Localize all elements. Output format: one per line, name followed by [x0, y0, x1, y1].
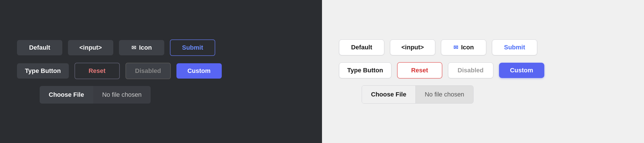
light-custom-button[interactable]: Custom: [499, 63, 544, 78]
dark-default-button[interactable]: Default: [17, 40, 62, 55]
dark-default-label: Default: [29, 44, 50, 51]
light-submit-label: Submit: [504, 44, 525, 51]
envelope-icon-light: ✉: [453, 44, 458, 51]
dark-reset-label: Reset: [89, 67, 106, 74]
dark-input-button[interactable]: <input>: [68, 40, 113, 55]
dark-panel: Default <input> ✉ Icon Submit Type Butto…: [0, 0, 322, 143]
light-disabled-button: Disabled: [448, 62, 493, 78]
light-choose-file-label: Choose File: [371, 91, 406, 98]
light-row-2: Type Button Reset Disabled Custom: [339, 62, 544, 79]
dark-custom-label: Custom: [187, 67, 211, 74]
dark-row-3: Choose File No file chosen: [40, 86, 151, 104]
dark-submit-label: Submit: [182, 44, 203, 51]
light-custom-label: Custom: [510, 67, 533, 74]
light-choose-file-button[interactable]: Choose File: [362, 86, 416, 103]
dark-reset-button[interactable]: Reset: [74, 63, 120, 79]
light-no-file-chosen-text: No file chosen: [416, 86, 473, 103]
dark-input-label: <input>: [79, 44, 102, 51]
light-icon-button[interactable]: ✉ Icon: [441, 39, 486, 55]
light-typebutton-label: Type Button: [347, 67, 383, 74]
light-input-label: <input>: [401, 44, 424, 51]
light-typebutton-button[interactable]: Type Button: [339, 62, 391, 78]
dark-no-file-chosen-text: No file chosen: [93, 86, 151, 104]
light-row-3: Choose File No file chosen: [362, 85, 474, 104]
light-disabled-label: Disabled: [458, 67, 484, 74]
dark-disabled-label: Disabled: [135, 67, 161, 74]
dark-custom-button[interactable]: Custom: [176, 63, 222, 79]
dark-typebutton-label: Type Button: [25, 67, 61, 75]
light-reset-label: Reset: [411, 67, 428, 74]
dark-icon-button[interactable]: ✉ Icon: [119, 40, 164, 55]
light-row-1: Default <input> ✉ Icon Submit: [339, 39, 537, 55]
dark-file-input: Choose File No file chosen: [40, 86, 151, 104]
dark-icon-label: Icon: [139, 44, 152, 51]
dark-choose-file-button[interactable]: Choose File: [40, 86, 93, 104]
dark-row-1: Default <input> ✉ Icon Submit: [17, 39, 215, 56]
dark-row-2: Type Button Reset Disabled Custom: [17, 63, 222, 79]
light-file-input: Choose File No file chosen: [362, 85, 474, 104]
light-default-button[interactable]: Default: [339, 39, 384, 55]
light-submit-button[interactable]: Submit: [492, 39, 537, 55]
light-reset-button[interactable]: Reset: [397, 62, 442, 79]
envelope-icon: ✉: [131, 44, 136, 51]
dark-submit-button[interactable]: Submit: [170, 39, 215, 56]
dark-typebutton-button[interactable]: Type Button: [17, 63, 69, 79]
dark-disabled-button: Disabled: [125, 63, 171, 79]
light-default-label: Default: [351, 44, 372, 51]
light-input-button[interactable]: <input>: [390, 39, 435, 55]
light-panel: Default <input> ✉ Icon Submit Type Butto…: [322, 0, 644, 143]
dark-choose-file-label: Choose File: [49, 91, 84, 98]
light-icon-label: Icon: [461, 44, 474, 51]
